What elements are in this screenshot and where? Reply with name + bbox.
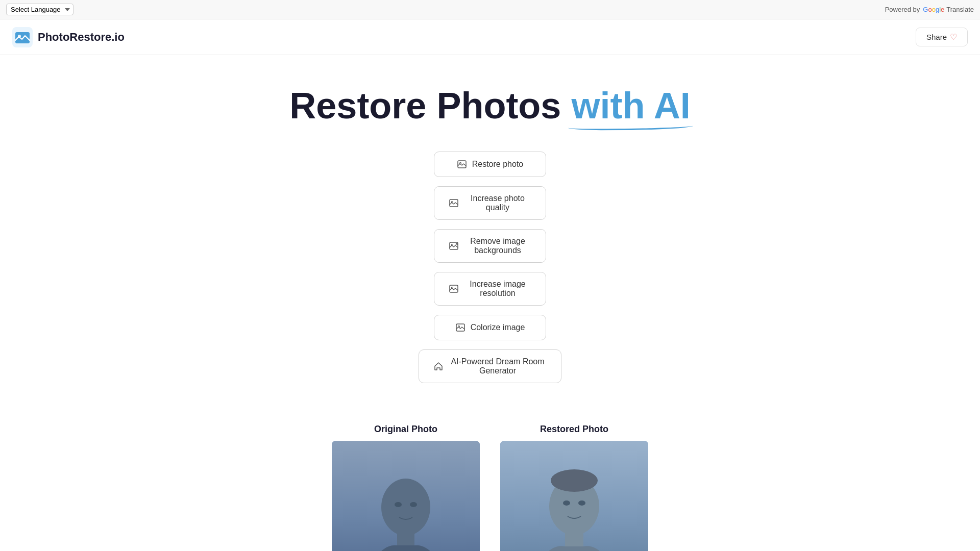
increase-resolution-label: Increase image resolution	[464, 280, 531, 298]
svg-point-24	[578, 500, 585, 506]
feature-buttons-list: Restore photo Increase photo quality	[289, 152, 690, 383]
logo-icon	[12, 27, 33, 47]
dream-room-label: AI-Powered Dream Room Generator	[449, 357, 547, 375]
google-logo-text: Google	[923, 6, 944, 13]
remove-backgrounds-button[interactable]: Remove image backgrounds	[434, 229, 546, 263]
dream-room-button[interactable]: AI-Powered Dream Room Generator	[419, 349, 561, 383]
logo-text: PhotoRestore.io	[38, 31, 125, 44]
remove-bg-icon	[449, 241, 459, 251]
colorize-icon	[455, 322, 465, 333]
heart-icon: ♡	[950, 32, 957, 42]
google-translate-area: Powered by Google Translate	[885, 6, 974, 13]
svg-point-19	[410, 502, 417, 507]
original-photo-col: Original Photo	[332, 424, 480, 551]
svg-rect-22	[565, 531, 583, 547]
home-icon	[433, 361, 444, 371]
language-select[interactable]: Select LanguageEnglishSpanishFrenchGerma…	[6, 4, 74, 15]
photos-section: Original Photo	[0, 404, 980, 551]
powered-by-label: Powered by	[885, 6, 920, 13]
original-photo-frame	[332, 441, 480, 551]
restored-photo-label: Restored Photo	[540, 424, 608, 435]
hero-title-part1: Restore Photos	[289, 85, 571, 126]
original-photo-label: Original Photo	[374, 424, 437, 435]
original-photo-image	[332, 441, 480, 551]
svg-point-23	[563, 500, 570, 506]
hero-title-highlight: with AI	[571, 86, 690, 126]
increase-quality-button[interactable]: Increase photo quality	[434, 186, 546, 220]
main-nav: PhotoRestore.io Share ♡	[0, 19, 980, 55]
google-translate-logo: Google Translate	[923, 6, 974, 13]
svg-point-25	[551, 469, 598, 492]
svg-rect-17	[397, 532, 414, 547]
image-icon	[457, 159, 467, 169]
restored-photo-frame	[500, 441, 648, 551]
restore-photo-button[interactable]: Restore photo	[434, 152, 546, 177]
increase-resolution-button[interactable]: Increase image resolution	[434, 272, 546, 306]
svg-point-16	[381, 479, 430, 536]
hero-title: Restore Photos with AI	[289, 86, 690, 126]
translate-label: Translate	[946, 6, 974, 13]
language-selector-area: Select LanguageEnglishSpanishFrenchGerma…	[6, 4, 74, 15]
hero-section: Restore Photos with AI Restore photo Inc…	[0, 55, 980, 404]
restored-photo-col: Restored Photo	[500, 424, 648, 551]
share-button[interactable]: Share ♡	[916, 28, 968, 46]
hero-content: Restore Photos with AI Restore photo Inc…	[289, 86, 690, 383]
colorize-label: Colorize image	[471, 323, 525, 332]
restored-photo-image	[500, 441, 648, 551]
colorize-button[interactable]: Colorize image	[434, 315, 546, 340]
restore-photo-label: Restore photo	[472, 160, 524, 169]
translate-bar: Select LanguageEnglishSpanishFrenchGerma…	[0, 0, 980, 19]
image-quality-icon	[449, 198, 459, 208]
logo-link[interactable]: PhotoRestore.io	[12, 27, 125, 47]
svg-point-18	[395, 502, 402, 507]
increase-quality-label: Increase photo quality	[464, 194, 531, 212]
remove-backgrounds-label: Remove image backgrounds	[464, 237, 531, 255]
share-label: Share	[926, 33, 947, 41]
resolution-icon	[449, 284, 459, 294]
